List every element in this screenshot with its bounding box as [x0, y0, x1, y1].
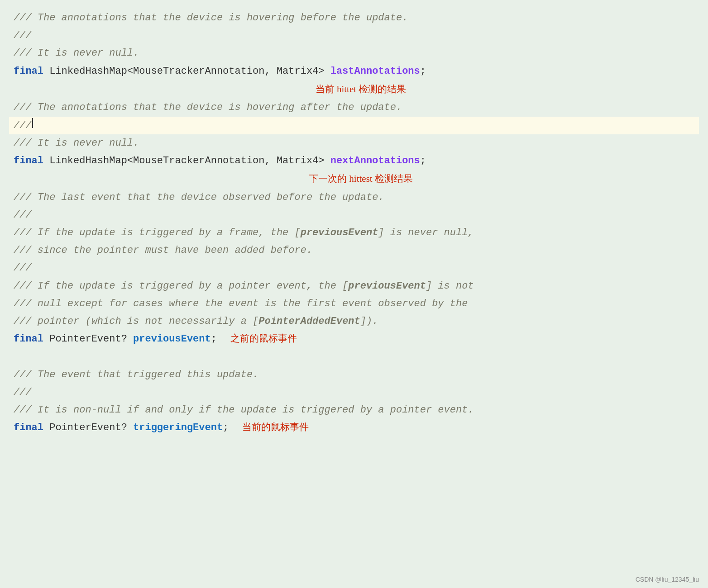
keyword-final3: final [14, 331, 43, 347]
code-line-20: /// [9, 384, 699, 401]
code-line-1: /// The annotations that the device is h… [9, 9, 699, 27]
comment-text: /// since the pointer must have been add… [14, 242, 312, 258]
code-line-21: /// It is non-null if and only if the up… [9, 401, 699, 419]
text-cursor [32, 118, 33, 128]
keyword-final: final [14, 63, 43, 79]
comment-text: /// It is never null. [14, 135, 139, 151]
comment-text: /// null except for cases where the even… [14, 296, 468, 312]
type-pointerevent2: PointerEvent? [43, 420, 133, 436]
code-line-6: /// [9, 117, 699, 134]
comment-text: /// The annotations that the device is h… [14, 10, 408, 26]
type-linkedhashmap2: LinkedHashMap<MouseTrackerAnnotation, Ma… [43, 153, 330, 169]
code-line-2: /// [9, 27, 699, 44]
code-line-17: final PointerEvent? previousEvent ; 之前的鼠… [9, 330, 699, 348]
annotation-label-prev: 之前的鼠标事件 [230, 331, 297, 346]
code-line-13: /// [9, 259, 699, 277]
comment-text: /// [14, 28, 32, 43]
type-linkedhashmap: LinkedHashMap<MouseTrackerAnnotation, Ma… [43, 63, 330, 79]
semicolon: ; [420, 63, 426, 79]
keyword-final4: final [14, 420, 43, 436]
annotation-label-trigger: 当前的鼠标事件 [242, 420, 309, 435]
code-line-7: /// It is never null. [9, 134, 699, 152]
comment-text: /// [14, 260, 32, 276]
code-view: /// The annotations that the device is h… [9, 5, 699, 441]
field-lastAnnotations: lastAnnotations [330, 63, 420, 79]
watermark: CSDN @liu_12345_liu [636, 574, 699, 584]
field-nextAnnotations: nextAnnotations [330, 153, 420, 169]
comment-text: /// If the update is triggered by a fram… [14, 225, 474, 241]
annotation-lastAnnotations: 当前 hittet 检测的结果 [9, 80, 699, 99]
type-pointerevent: PointerEvent? [43, 331, 133, 347]
annotation-label-next: 下一次的 hittest 检测结果 [309, 171, 413, 187]
semicolon4: ; [223, 420, 229, 436]
semicolon3: ; [211, 331, 217, 347]
comment-text: /// If the update is triggered by a poin… [14, 278, 474, 294]
code-line-3: /// It is never null. [9, 44, 699, 62]
comment-text: /// [14, 118, 32, 133]
code-line-9: /// The last event that the device obser… [9, 189, 699, 206]
code-line-15: /// null except for cases where the even… [9, 295, 699, 313]
field-triggeringEvent: triggeringEvent [133, 420, 223, 436]
comment-text: /// It is non-null if and only if the up… [14, 402, 474, 418]
comment-text: /// The annotations that the device is h… [14, 100, 402, 115]
annotation-nextAnnotations: 下一次的 hittest 检测结果 [9, 170, 699, 189]
code-line-11: /// If the update is triggered by a fram… [9, 224, 699, 242]
code-line-14: /// If the update is triggered by a poin… [9, 277, 699, 295]
code-line-12: /// since the pointer must have been add… [9, 242, 699, 259]
code-line-10: /// [9, 206, 699, 224]
keyword-final: final [14, 153, 43, 169]
code-line-4: final LinkedHashMap<MouseTrackerAnnotati… [9, 62, 699, 80]
comment-text: /// [14, 384, 32, 400]
comment-text: /// The last event that the device obser… [14, 190, 384, 205]
code-line-8: final LinkedHashMap<MouseTrackerAnnotati… [9, 152, 699, 170]
comment-text: /// It is never null. [14, 45, 139, 61]
code-line-22: final PointerEvent? triggeringEvent ; 当前… [9, 419, 699, 436]
code-line-19: /// The event that triggered this update… [9, 366, 699, 384]
comment-text: /// The event that triggered this update… [14, 367, 258, 383]
code-line-5: /// The annotations that the device is h… [9, 99, 699, 116]
annotation-label-last: 当前 hittet 检测的结果 [316, 82, 407, 97]
comment-text: /// pointer (which is not necessarily a … [14, 313, 378, 329]
semicolon2: ; [420, 153, 426, 169]
code-line-16: /// pointer (which is not necessarily a … [9, 313, 699, 330]
code-line-18-empty [9, 348, 699, 365]
comment-text: /// [14, 207, 32, 223]
field-previousEvent: previousEvent [133, 331, 211, 347]
